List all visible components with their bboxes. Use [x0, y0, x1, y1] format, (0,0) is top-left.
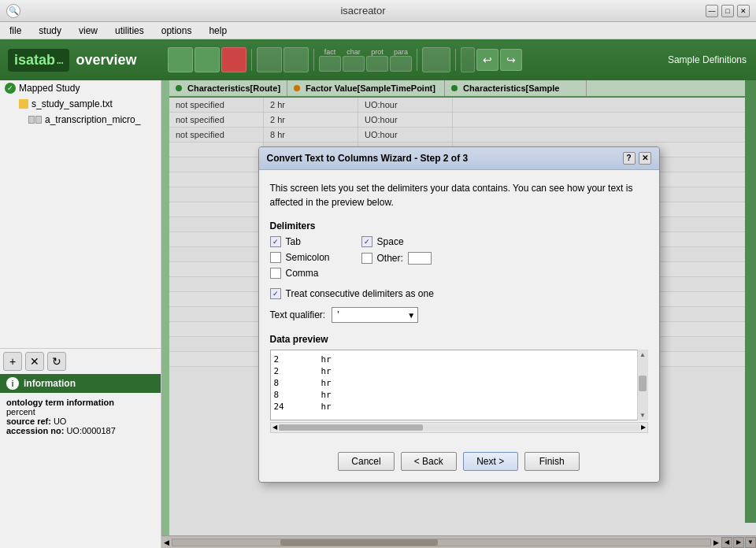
data-preview-box[interactable]: 2hr2hr8hr8hr24hr	[270, 350, 648, 420]
delimiter-space-row: Space	[361, 236, 432, 247]
assay-file-label: a_transcription_micro_	[45, 114, 140, 125]
undo-button[interactable]: ↩	[476, 49, 498, 71]
preview-row: 24hr	[274, 401, 635, 413]
comma-checkbox[interactable]	[270, 268, 281, 279]
dialog-close-button[interactable]: ✕	[639, 152, 651, 165]
content-area: Characteristics[Route] Factor Value[Samp…	[161, 80, 756, 548]
tb-icon-6[interactable]	[422, 47, 450, 72]
toolbar-sep-3	[417, 49, 417, 71]
preview-col2: hr	[321, 366, 332, 376]
study-file-label: s_study_sample.txt	[32, 98, 113, 109]
delimiters-label: Delimiters	[270, 220, 648, 231]
other-checkbox[interactable]	[361, 253, 372, 264]
hscroll-thumb	[279, 424, 423, 431]
preview-col1: 8	[274, 378, 306, 388]
sidebar-item-assay-file[interactable]: a_transcription_micro_	[0, 112, 161, 128]
maximize-button[interactable]: □	[721, 5, 734, 17]
isatab-dots: •••	[57, 59, 63, 66]
tb-icon-2[interactable]	[195, 47, 220, 72]
tb-icon-5[interactable]	[284, 47, 309, 72]
other-input[interactable]	[408, 252, 432, 265]
preview-scrollbar-v[interactable]: ▲ ▼	[637, 350, 648, 420]
data-preview-label: Data preview	[270, 334, 648, 345]
menu-bar: file study view utilities options help	[0, 22, 756, 39]
consecutive-checkbox[interactable]	[270, 288, 281, 299]
app-title: isacreator	[340, 5, 385, 17]
dialog-title-buttons: ? ✕	[623, 152, 651, 165]
menu-utilities[interactable]: utilities	[112, 24, 147, 38]
search-icon[interactable]: 🔍	[6, 4, 20, 18]
dialog-description: This screen lets you set the delimiters …	[270, 181, 648, 209]
menu-study[interactable]: study	[35, 24, 65, 38]
delimiter-tab-row: Tab	[270, 236, 330, 247]
preview-col1: 24	[274, 402, 306, 412]
tab-label: Tab	[286, 236, 301, 247]
tb-icon-7[interactable]	[461, 47, 475, 72]
toolbar-sep-4	[455, 49, 456, 71]
add-button[interactable]: +	[3, 352, 22, 371]
tb-para[interactable]	[390, 56, 412, 72]
delimiters-group: Delimiters Tab Semicolon	[270, 220, 648, 279]
info-source-row: source ref: UO	[6, 417, 154, 426]
toolbar-sep-1	[251, 49, 252, 71]
scroll-up-arrow[interactable]: ▲	[638, 350, 647, 360]
back-button[interactable]: < Back	[401, 452, 457, 471]
dialog-overlay: Convert Text to Columns Wizard - Step 2 …	[161, 80, 756, 548]
tab-checkbox[interactable]	[270, 236, 281, 247]
info-accession-value: UO:0000187	[66, 426, 115, 435]
close-button[interactable]: ✕	[737, 5, 750, 17]
qualifier-row: Text qualifier: ' " {none} ▼	[270, 307, 648, 323]
toolbar-logo-area: isatab ••• overview	[0, 39, 161, 80]
delimiter-other-row: Other:	[361, 252, 432, 265]
char-label: char	[346, 49, 361, 56]
menu-help[interactable]: help	[206, 24, 230, 38]
menu-view[interactable]: view	[76, 24, 101, 38]
space-checkbox[interactable]	[361, 236, 372, 247]
finish-button[interactable]: Finish	[524, 452, 580, 471]
preview-hscroll[interactable]: ◀ ▶	[270, 422, 648, 433]
fact-label: fact	[324, 49, 336, 56]
info-percent: percent	[6, 407, 154, 417]
semicolon-checkbox[interactable]	[270, 252, 281, 263]
sidebar-btn-bar: + ✕ ↻	[0, 349, 161, 374]
folder-icon	[19, 99, 28, 109]
info-accession-row: accession no: UO:0000187	[6, 426, 154, 435]
hscroll-left[interactable]: ◀	[271, 424, 279, 431]
preview-col2: hr	[321, 390, 332, 400]
cancel-button[interactable]: Cancel	[338, 452, 394, 471]
remove-button[interactable]: ✕	[25, 352, 44, 371]
sidebar: ✓ Mapped Study s_study_sample.txt a_tran…	[0, 80, 161, 548]
menu-file[interactable]: file	[6, 24, 24, 38]
tb-prot[interactable]	[366, 56, 388, 72]
qualifier-label: Text qualifier:	[270, 309, 326, 320]
qualifier-select-wrapper: ' " {none} ▼	[332, 307, 418, 323]
scroll-thumb[interactable]	[639, 376, 647, 391]
dialog: Convert Text to Columns Wizard - Step 2 …	[258, 146, 660, 483]
undo-redo-group: ↩ ↪	[476, 49, 522, 71]
sidebar-item-mapped-study[interactable]: ✓ Mapped Study	[0, 80, 161, 96]
tb-icon-3[interactable]	[221, 47, 246, 72]
preview-col1: 2	[274, 366, 306, 376]
hscroll-right[interactable]: ▶	[639, 424, 647, 431]
tb-fact[interactable]	[319, 56, 341, 72]
title-bar: 🔍 isacreator — □ ✕	[0, 0, 756, 22]
redo-button[interactable]: ↪	[500, 49, 522, 71]
dialog-help-button[interactable]: ?	[623, 152, 636, 165]
tb-char[interactable]	[343, 56, 365, 72]
preview-col2: hr	[321, 354, 332, 365]
tb-icon-1[interactable]	[168, 47, 193, 72]
info-subtitle: ontology term information	[6, 398, 154, 407]
refresh-button[interactable]: ↻	[47, 352, 66, 371]
comma-label: Comma	[286, 268, 319, 279]
tb-icon-4[interactable]	[257, 47, 282, 72]
menu-options[interactable]: options	[158, 24, 195, 38]
preview-col2: hr	[321, 402, 332, 412]
next-button[interactable]: Next >	[463, 452, 518, 471]
qualifier-select[interactable]: ' " {none}	[332, 307, 418, 323]
toolbar: isatab ••• overview fact char prot para	[0, 39, 756, 80]
hscroll-track	[279, 424, 639, 431]
minimize-button[interactable]: —	[706, 5, 718, 17]
scroll-down-arrow[interactable]: ▼	[638, 410, 647, 420]
info-header: i information	[0, 374, 161, 393]
sidebar-item-study-file[interactable]: s_study_sample.txt	[0, 96, 161, 112]
